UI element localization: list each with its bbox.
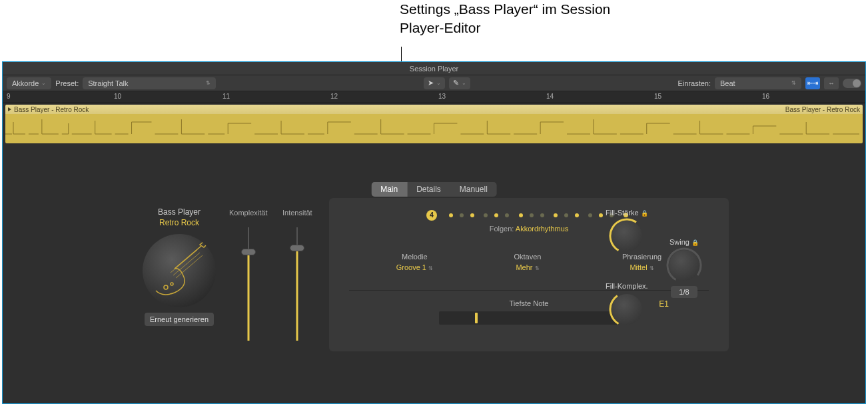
updown-icon: ⇅ xyxy=(428,265,433,271)
melody-param[interactable]: Melodie Groove 1 ⇅ xyxy=(396,253,433,271)
region-body[interactable] xyxy=(5,114,863,143)
regenerate-button[interactable]: Erneut generieren xyxy=(145,313,214,326)
fill-complex-knob[interactable] xyxy=(612,294,642,325)
melody-label: Melodie xyxy=(396,253,433,261)
svg-point-0 xyxy=(164,285,168,289)
chords-button[interactable]: Akkorde ⌄ xyxy=(7,77,51,89)
chords-button-label: Akkorde xyxy=(12,79,39,87)
swing-group: Swing 🔒 1/8 xyxy=(669,238,699,298)
midi-waveform xyxy=(5,114,863,143)
player-style[interactable]: Retro Rock xyxy=(139,218,219,227)
region-lane: Bass Player - Retro Rock Bass Player - R… xyxy=(3,103,865,145)
updown-icon: ⇅ xyxy=(206,80,211,86)
follow-value-dropdown[interactable]: Akkordrhythmus xyxy=(516,225,568,233)
intensity-slider[interactable] xyxy=(290,227,304,341)
fit-width-button[interactable]: ⇤⇥ xyxy=(805,77,820,89)
octaves-param[interactable]: Oktaven Mehr ⇅ xyxy=(514,253,541,271)
fill-complex-label: Fill-Komplex. xyxy=(606,282,648,290)
preset-label: Preset: xyxy=(55,79,79,87)
region-name: Bass Player - Retro Rock xyxy=(785,106,860,113)
editor-area: Main Details Manuell Bass Player Retro R… xyxy=(3,145,865,403)
lock-icon[interactable]: 🔒 xyxy=(641,210,648,217)
app-window: Session Player Akkorde ⌄ Preset: Straigh… xyxy=(2,61,866,404)
tab-manual[interactable]: Manuell xyxy=(450,182,497,197)
fill-strength-group: Fill-Stärke 🔒 xyxy=(606,209,648,251)
fill-strength-label: Fill-Stärke xyxy=(606,209,639,217)
catch-toggle[interactable] xyxy=(843,79,861,88)
lock-icon[interactable]: 🔒 xyxy=(691,239,699,246)
svg-point-4 xyxy=(666,247,702,283)
player-instrument-image[interactable] xyxy=(143,234,216,307)
complexity-label: Komplexität xyxy=(229,209,267,217)
updown-icon: ⇅ xyxy=(535,265,540,271)
swing-label: Swing xyxy=(669,238,689,246)
region-header[interactable]: Bass Player - Retro Rock Bass Player - R… xyxy=(5,105,863,114)
intensity-label: Intensität xyxy=(282,209,312,217)
complexity-slider-group: Komplexität xyxy=(229,209,267,341)
follow-label: Folgen: xyxy=(490,225,514,233)
updown-icon: ⇅ xyxy=(650,265,654,271)
chevron-down-icon: ⌄ xyxy=(462,80,466,86)
toolbar: Akkorde ⌄ Preset: Straight Talk ⇅ ➤⌄ ✎⌄ … xyxy=(3,75,865,91)
snap-dropdown[interactable]: Beat ⇅ xyxy=(715,77,801,89)
svg-point-2 xyxy=(609,218,645,254)
octaves-label: Oktaven xyxy=(514,253,541,261)
ruler-mark: 12 xyxy=(330,93,338,100)
lowest-note-value: E1 xyxy=(659,299,669,309)
lowest-note-slider[interactable] xyxy=(439,311,619,325)
pencil-icon: ✎ xyxy=(453,79,459,87)
snap-value: Beat xyxy=(720,79,735,87)
tab-details[interactable]: Details xyxy=(407,182,450,197)
swing-division-button[interactable]: 1/8 xyxy=(671,286,697,298)
link-button[interactable]: ↔ xyxy=(824,77,839,89)
beat-count-badge: 4 xyxy=(426,210,437,221)
divider xyxy=(349,290,709,291)
tool-selector: ➤⌄ ✎⌄ xyxy=(424,77,470,89)
fill-strength-knob[interactable] xyxy=(612,221,642,251)
fill-complex-group: Fill-Komplex. xyxy=(606,282,648,325)
preset-dropdown[interactable]: Straight Talk ⇅ xyxy=(83,77,216,89)
preset-value: Straight Talk xyxy=(88,79,128,87)
intensity-slider-group: Intensität xyxy=(282,209,312,341)
phrasing-value: Mittel xyxy=(630,263,647,271)
lowest-note-row: Tiefste Note xyxy=(329,299,729,325)
callout-text: Settings „Bass Player“ im Session Player… xyxy=(400,0,640,38)
ruler-mark: 10 xyxy=(114,93,121,100)
swing-knob[interactable] xyxy=(669,250,699,281)
bass-guitar-icon xyxy=(143,234,216,307)
chevron-down-icon: ⌄ xyxy=(436,80,441,86)
pointer-tool-button[interactable]: ➤⌄ xyxy=(424,77,445,89)
phrasing-param[interactable]: Phrasierung Mittel ⇅ xyxy=(622,253,661,271)
play-icon xyxy=(8,107,11,111)
svg-point-1 xyxy=(171,283,173,285)
pencil-tool-button[interactable]: ✎⌄ xyxy=(449,77,470,89)
player-title: Bass Player xyxy=(139,207,219,217)
ruler-mark: 13 xyxy=(438,93,446,100)
snap-label: Einrasten: xyxy=(677,79,711,87)
chevron-down-icon: ⌄ xyxy=(41,80,46,86)
player-section: Bass Player Retro Rock Erneut generieren xyxy=(139,207,219,326)
complexity-slider[interactable] xyxy=(242,227,255,341)
updown-icon: ⇅ xyxy=(791,80,796,86)
lowest-note-label: Tiefste Note xyxy=(329,299,729,307)
beat-pattern-row[interactable]: 4 Folgen: Akkordrhythmus xyxy=(329,209,729,233)
ruler-mark: 16 xyxy=(762,93,769,100)
ruler-mark: 14 xyxy=(546,93,554,100)
ruler-mark: 9 xyxy=(7,93,11,100)
ruler-mark: 11 xyxy=(222,93,230,100)
window-title: Session Player xyxy=(3,62,865,75)
tab-main[interactable]: Main xyxy=(371,182,407,197)
link-icon: ↔ xyxy=(828,79,835,87)
editor-tabs: Main Details Manuell xyxy=(371,182,497,197)
octaves-value: Mehr xyxy=(516,263,532,271)
pointer-icon: ➤ xyxy=(428,79,434,87)
ruler-mark: 15 xyxy=(654,93,661,100)
melody-value: Groove 1 xyxy=(396,263,426,271)
fit-width-icon: ⇤⇥ xyxy=(807,79,818,87)
svg-point-3 xyxy=(609,291,645,327)
region-name: Bass Player - Retro Rock xyxy=(14,106,89,113)
timeline-ruler[interactable]: 9 10 11 12 13 14 15 16 xyxy=(3,91,865,103)
